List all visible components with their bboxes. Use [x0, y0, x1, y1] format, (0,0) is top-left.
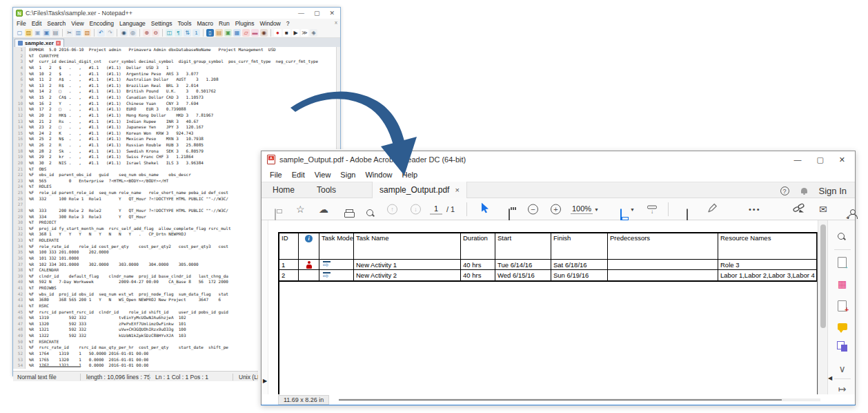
share-cloud-icon[interactable]: ☁ — [319, 204, 328, 215]
menubar-close-icon[interactable]: x — [335, 19, 337, 26]
zoom-in-icon[interactable]: ⊕ — [143, 29, 150, 37]
document-area[interactable]: ▶ IDiTask ModeTask NameDurationStartFini… — [262, 220, 855, 394]
sync-scroll-icon[interactable]: ⇅ — [184, 29, 191, 37]
page-number-input[interactable]: 1 — [430, 204, 442, 214]
sync-h-icon[interactable]: 1 — [193, 29, 200, 37]
tab-close-icon[interactable]: x — [56, 41, 61, 46]
undo-icon[interactable]: ↶ — [97, 29, 105, 37]
macro-run-multi-icon[interactable]: ≫ — [301, 29, 308, 37]
menu-item-window[interactable]: Window — [260, 20, 281, 27]
organize-pages-tool-icon[interactable]: ▦ — [834, 278, 851, 289]
save-all-icon[interactable]: ▣ — [43, 29, 50, 37]
copy-icon[interactable]: ▥ — [75, 29, 82, 37]
zoom-out-icon[interactable]: ⊖ — [152, 29, 159, 37]
menu-item-file[interactable]: File — [17, 20, 26, 27]
line-number: 8 — [13, 88, 26, 95]
help-icon[interactable]: ? — [780, 186, 789, 195]
macro-play-icon[interactable]: ▶ — [292, 29, 299, 37]
previous-page-icon[interactable]: ↑ — [387, 204, 397, 214]
save-icon[interactable]: ▣ — [34, 29, 41, 37]
line-text: %R 1764 1319 1 50.0000 2016-01-01 00:00 — [26, 351, 148, 357]
show-symbols-icon[interactable]: ¶ — [175, 29, 182, 37]
zoom-in-icon[interactable]: + — [551, 204, 561, 214]
menu-item-plugins[interactable]: Plugins — [235, 20, 255, 27]
menu-item-view[interactable]: View — [71, 20, 83, 27]
hand-tool-icon[interactable] — [509, 209, 510, 222]
zoom-level-select[interactable]: 100% — [571, 204, 593, 214]
horizontal-scrollbar-thumb[interactable] — [339, 399, 782, 401]
folder-workspace-icon[interactable]: ▣ — [224, 29, 232, 37]
comment-tool-icon[interactable] — [834, 321, 851, 332]
notepadpp-titlebar[interactable]: N C:\Files\Tasks\sample.xer - Notepad++ … — [13, 8, 340, 19]
find-text-tool-icon[interactable] — [834, 231, 851, 242]
link-icon[interactable] — [793, 202, 805, 215]
function-list-icon[interactable]: ▤ — [215, 29, 223, 37]
star-favorites-icon[interactable]: ☆ — [296, 204, 305, 215]
table-row: 2⇨New Activity 240 hrsWed 6/15/16Sun 6/1… — [279, 270, 816, 280]
menu-item-language[interactable]: Language — [119, 20, 146, 27]
open-tools-pane-icon[interactable]: ↦ — [834, 383, 851, 394]
maximize-icon[interactable]: ▢ — [314, 8, 320, 18]
more-tools-chevron-icon[interactable]: ∨ — [834, 363, 851, 374]
line-number: 13 — [13, 119, 26, 125]
sign-in-button[interactable]: Sign In — [819, 186, 847, 196]
minimize-icon[interactable]: — — [298, 8, 304, 18]
print-icon[interactable]: ▤ — [52, 29, 59, 37]
menu-item-edit[interactable]: Edit — [32, 20, 42, 27]
create-pdf-tool-icon[interactable]: + — [834, 300, 851, 311]
line-text: %R 100 333 201.0000 202.0000 — [26, 249, 109, 256]
macro-save-icon[interactable]: ◈ — [310, 29, 317, 37]
vertical-scrollbar[interactable] — [818, 220, 827, 394]
zoom-out-icon[interactable]: − — [528, 204, 538, 214]
doc-map-icon[interactable]: ▯ — [206, 29, 214, 37]
find-icon[interactable]: ◉ — [120, 29, 128, 37]
page-fit-caret-icon[interactable]: ▼ — [630, 206, 635, 211]
doc-switcher-icon[interactable]: ▦ — [233, 29, 241, 37]
notifications-bell-icon[interactable] — [801, 188, 807, 193]
scrolling-mode-icon[interactable]: ↓ — [647, 205, 658, 213]
menu-item-run[interactable]: Run — [219, 20, 230, 27]
macro-record-icon[interactable]: ● — [274, 29, 282, 37]
eye-icon[interactable]: ◉ — [260, 29, 268, 37]
macro-stop-icon[interactable]: ■ — [283, 29, 290, 37]
menu-item-macro[interactable]: Macro — [197, 20, 213, 27]
highlighter-pen-icon[interactable] — [707, 202, 718, 215]
email-envelope-icon[interactable]: ✉ — [819, 204, 827, 215]
menu-item-settings[interactable]: Settings — [151, 20, 172, 27]
horizontal-scrollbar[interactable] — [339, 398, 820, 401]
tools-pane-collapse-icon[interactable]: ◀ — [828, 375, 832, 381]
next-page-icon[interactable]: ↓ — [411, 204, 421, 214]
menu-item-search[interactable]: Search — [47, 20, 66, 27]
document-tab-close-icon[interactable]: × — [455, 182, 459, 198]
comment-icon[interactable] — [687, 209, 688, 222]
new-file-icon[interactable]: ▢ — [16, 29, 23, 37]
vertical-scrollbar-thumb[interactable] — [820, 224, 826, 328]
close-icon[interactable]: ✕ — [329, 8, 335, 18]
page-fit-icon[interactable] — [620, 209, 622, 222]
save-icon[interactable] — [275, 209, 276, 222]
menu-item-encoding[interactable]: Encoding — [90, 20, 114, 27]
redo-icon[interactable]: ↷ — [106, 29, 114, 37]
menu-item-tools[interactable]: Tools — [178, 20, 192, 27]
edit-marker-icon[interactable]: ▱ — [242, 29, 250, 37]
line-text: %R 368 1 Y Y Y N Y N N Y . CP_Drtn NEWPR… — [26, 231, 186, 238]
close-icon[interactable]: ✕ — [839, 155, 845, 164]
paste-icon[interactable]: ▧ — [83, 29, 91, 37]
tab-sample-xer[interactable]: sample.xer x — [14, 39, 64, 47]
replace-icon[interactable]: ◎ — [129, 29, 137, 37]
menu-item-file[interactable]: File — [270, 171, 282, 179]
minimize-icon[interactable]: — — [793, 155, 801, 164]
select-tool-icon[interactable] — [481, 202, 490, 215]
combine-files-tool-icon[interactable] — [834, 340, 851, 352]
cut-icon[interactable]: ✂ — [66, 29, 73, 37]
horizontal-scrollbar-thumb[interactable] — [39, 366, 81, 367]
menu-item-help[interactable]: ? — [286, 20, 290, 27]
more-tools-icon[interactable]: ••• — [749, 205, 761, 213]
nav-pane-expand-icon[interactable]: ▶ — [263, 378, 267, 384]
mail-icon[interactable]: ▬ — [251, 29, 259, 37]
export-pdf-tool-icon[interactable]: → — [834, 257, 851, 268]
maximize-icon[interactable]: ▢ — [816, 155, 823, 164]
wordwrap-icon[interactable]: ◫ — [166, 29, 173, 37]
zoom-caret-icon[interactable]: ▼ — [594, 206, 599, 211]
open-folder-icon[interactable]: ▨ — [25, 29, 32, 37]
